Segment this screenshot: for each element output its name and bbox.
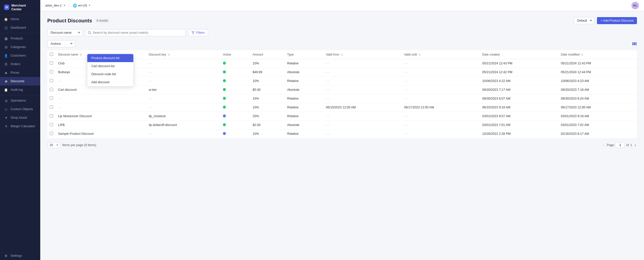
sidebar-item-products[interactable]: ▦ Products: [0, 34, 40, 43]
row-active: [220, 103, 250, 112]
row-type: Relative: [285, 112, 324, 121]
pagination-row: 20 50 100 Items per page (9 items) ‹ Pag…: [47, 142, 637, 148]
row-type: Relative: [285, 77, 324, 85]
project-selector[interactable]: aries_dev-1 ▼: [45, 4, 66, 7]
search-icon: [88, 31, 91, 34]
select-all-checkbox[interactable]: [50, 53, 53, 56]
dropdown-item-add_discount[interactable]: Add discount: [87, 78, 133, 86]
add-discount-label: + Add Product Discount: [600, 19, 633, 22]
sidebar-item-shop-assist[interactable]: ✦ Shop Assist: [0, 113, 40, 122]
table-row[interactable]: LIP$ lip-dollaroff-discount $2.00 Absolu…: [47, 121, 637, 129]
row-checkbox[interactable]: [50, 61, 53, 65]
filters-button[interactable]: Filters: [188, 29, 208, 36]
project-chevron-icon: ▼: [63, 4, 66, 7]
logo-icon: M: [4, 5, 9, 10]
sidebar-item-settings[interactable]: ⚙ Settings: [0, 251, 40, 260]
sidebar-item-customers[interactable]: 👤 Customers: [0, 51, 40, 60]
sidebar-item-label: Discounts: [11, 79, 24, 83]
row-date-modified: 09/20/2023 7:18 AM: [558, 85, 637, 94]
topbar-separator: |: [69, 4, 69, 7]
sidebar-item-margin-calculator[interactable]: ✕ Margin Calculator: [0, 122, 40, 131]
sidebar-item-dashboard[interactable]: ◫ Dashboard: [0, 23, 40, 32]
row-checkbox-cell: [47, 59, 56, 68]
table-row[interactable]: Cart discount w-tee $5.00 Absolute - - -…: [47, 85, 637, 94]
per-page-select[interactable]: 20 50 100: [47, 142, 60, 148]
dropdown-menu: Product discount listCart discount listD…: [87, 54, 134, 86]
row-date-modified: 06/17/2023 12:00 AM: [558, 103, 637, 112]
row-checkbox-cell: [47, 112, 56, 121]
filters-row: Discount name Filters: [47, 29, 637, 36]
row-discount-name: Cart discount: [56, 85, 146, 94]
view-select[interactable]: Default: [574, 17, 594, 24]
table-row[interactable]: Club - - 10% Relative - - - - 05/21/2024…: [47, 59, 637, 68]
table-row[interactable]: - - - - 10% Relative - - - - 10/06/2023 …: [47, 77, 637, 85]
row-date-created: 03/01/2023 9:07 AM: [480, 112, 558, 121]
row-amount: 10%: [250, 77, 285, 85]
th-valid-from: Valid from ⇅: [323, 50, 401, 59]
row-checkbox[interactable]: [50, 88, 53, 91]
sidebar-item-categories[interactable]: ⊟ Categories: [0, 43, 40, 51]
row-amount: $2.00: [250, 121, 285, 129]
sidebar-item-discounts[interactable]: ⊕ Discounts: [0, 77, 40, 85]
discount-name-filter[interactable]: Discount name: [47, 29, 83, 36]
row-checkbox[interactable]: [50, 123, 53, 126]
row-date-created: 09/20/2023 7:17 AM: [480, 85, 558, 94]
customers-icon: 👤: [4, 54, 8, 58]
sidebar-item-custom-objects[interactable]: ◇ Custom Objects: [0, 105, 40, 113]
add-discount-button[interactable]: + Add Product Discount: [597, 17, 637, 24]
sort-icon-from: ⇅: [341, 53, 343, 56]
prev-page-button[interactable]: ‹: [602, 143, 605, 147]
row-amount: 10%: [250, 59, 285, 68]
row-checkbox[interactable]: [50, 114, 53, 117]
row-checkbox[interactable]: [50, 70, 53, 73]
th-active: Active: [220, 50, 250, 59]
sidebar-item-label: Operations: [11, 99, 26, 102]
row-type: Absolute: [285, 85, 324, 94]
row-amount: 10%: [250, 103, 285, 112]
sidebar-item-audit-log[interactable]: 📋 Audit log: [0, 85, 40, 94]
avatar[interactable]: WL: [631, 2, 639, 9]
sidebar-item-orders[interactable]: ☰ Orders: [0, 60, 40, 68]
sort-icon-until: ⇅: [419, 53, 421, 56]
row-checkbox[interactable]: [50, 79, 53, 82]
row-type: Relative: [285, 103, 324, 112]
columns-icon[interactable]: [632, 41, 637, 46]
sidebar-item-label: Dashboard: [11, 26, 26, 29]
table-row[interactable]: - - - - 10% Relative 06/15/2023 12:00 AM…: [47, 103, 637, 112]
row-checkbox[interactable]: [50, 132, 53, 135]
table-row[interactable]: - - - - 15% Relative - - - - 08/30/2023 …: [47, 94, 637, 103]
categories-icon: ⊟: [4, 45, 8, 49]
sidebar-item-prices[interactable]: ◈ Prices: [0, 68, 40, 77]
next-page-button[interactable]: ›: [634, 143, 637, 147]
sidebar-item-home[interactable]: 🏠 Home: [0, 15, 40, 23]
locale-value: en-US: [78, 4, 87, 7]
dropdown-item-cart_discount_list[interactable]: Cart discount list: [87, 62, 133, 70]
settings-icon: ⚙: [4, 254, 8, 258]
dropdown-item-discount_code_list[interactable]: Discount code list: [87, 70, 133, 78]
table-row[interactable]: Sample Product Discount - - 10% Relative…: [47, 129, 637, 138]
filter-select-wrap: Discount name: [47, 29, 83, 36]
custom-objects-icon: ◇: [4, 107, 8, 111]
page-input[interactable]: [616, 142, 625, 148]
row-active: [220, 121, 250, 129]
active-dot: [223, 62, 226, 65]
results-count: 9 results: [95, 18, 110, 23]
sidebar-item-operations[interactable]: ◎ Operations: [0, 96, 40, 105]
row-checkbox[interactable]: [50, 97, 53, 100]
row-date-modified: 03/01/2023 7:02 AM: [558, 121, 637, 129]
locale-selector[interactable]: 🌐 en-US ▼: [73, 4, 91, 8]
actions-select[interactable]: Actions: [47, 40, 75, 47]
table-wrap: Discount name ⇅ Discount key ⇅ Active Am…: [47, 50, 637, 138]
sidebar-item-label: Shop Assist: [11, 116, 27, 119]
search-input[interactable]: [93, 29, 183, 36]
row-valid-from: - -: [323, 121, 401, 129]
app-logo[interactable]: M Merchant Center: [0, 0, 40, 15]
shop-assist-icon: ✦: [4, 116, 8, 120]
table-row[interactable]: Bullseye - - $49.99 Absolute - - - - 05/…: [47, 68, 637, 77]
dropdown-item-product_discount_list[interactable]: Product discount list: [87, 54, 133, 62]
row-checkbox[interactable]: [50, 105, 53, 109]
discounts-icon: ⊕: [4, 79, 8, 83]
table-row[interactable]: Lip Moisturizer Discount lip_moisture 25…: [47, 112, 637, 121]
row-date-modified: 10/06/2023 4:23 AM: [558, 77, 637, 85]
row-active: [220, 94, 250, 103]
